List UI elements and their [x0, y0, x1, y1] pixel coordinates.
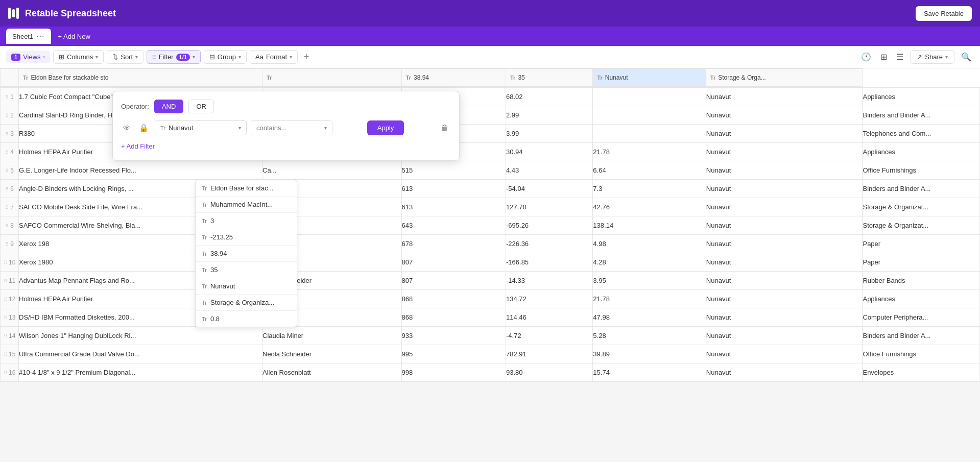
cell-qty-9[interactable]: 678 [401, 235, 506, 253]
filter-field-dropdown[interactable]: Tr Nunavut ▾ [155, 120, 247, 135]
cell-col3-8[interactable]: -695.26 [506, 216, 593, 235]
cell-col4-3[interactable] [593, 125, 706, 143]
views-button[interactable]: 1 Views › [6, 51, 50, 63]
cell-col4-16[interactable]: 15.74 [593, 363, 706, 382]
cell-nunavut-10[interactable]: Nunavut [706, 253, 863, 272]
or-operator-button[interactable]: OR [188, 100, 214, 113]
suggestion-item-3[interactable]: Tr -213.25 [196, 229, 297, 246]
drag-handle[interactable]: ⠿ [5, 223, 9, 229]
filter-visibility-button[interactable]: 👁 [121, 123, 133, 133]
cell-nunavut-14[interactable]: Nunavut [706, 327, 863, 345]
cell-col4-11[interactable]: 3.95 [593, 272, 706, 290]
cell-nunavut-2[interactable]: Nunavut [706, 106, 863, 125]
cell-col2-15[interactable]: Neola Schneider [262, 345, 402, 363]
cell-storage-1[interactable]: Appliances [863, 88, 980, 106]
cell-storage-2[interactable]: Binders and Binder A... [863, 106, 980, 125]
cell-col4-12[interactable]: 21.78 [593, 290, 706, 308]
cell-nunavut-4[interactable]: Nunavut [706, 143, 863, 161]
cell-storage-3[interactable]: Telephones and Com... [863, 125, 980, 143]
cell-storage-4[interactable]: Appliances [863, 143, 980, 161]
cell-qty-8[interactable]: 643 [401, 216, 506, 235]
drag-handle[interactable]: ⠿ [5, 186, 9, 192]
cell-col3-11[interactable]: -14.33 [506, 272, 593, 290]
cell-col3-3[interactable]: 3.99 [506, 125, 593, 143]
suggestion-item-6[interactable]: Tr Nunavut [196, 278, 297, 295]
cell-col4-4[interactable]: 21.78 [593, 143, 706, 161]
cell-qty-11[interactable]: 807 [401, 272, 506, 290]
group-button[interactable]: ⊟ Group ▾ [204, 50, 247, 64]
cell-qty-15[interactable]: 995 [401, 345, 506, 363]
cell-col3-14[interactable]: -4.72 [506, 327, 593, 345]
cell-qty-14[interactable]: 933 [401, 327, 506, 345]
cell-col3-12[interactable]: 134.72 [506, 290, 593, 308]
cell-col3-7[interactable]: 127.70 [506, 198, 593, 216]
suggestion-item-4[interactable]: Tr 38.94 [196, 246, 297, 262]
cell-storage-9[interactable]: Paper [863, 235, 980, 253]
cell-col2-14[interactable]: Claudia Miner [262, 327, 402, 345]
cell-nunavut-3[interactable]: Nunavut [706, 125, 863, 143]
filter-lock-button[interactable]: 🔒 [137, 123, 151, 134]
cell-col4-1[interactable] [593, 88, 706, 106]
col-header-2[interactable]: Tr [262, 69, 402, 88]
cell-col4-14[interactable]: 5.28 [593, 327, 706, 345]
cell-col3-9[interactable]: -226.36 [506, 235, 593, 253]
col-header-4[interactable]: Tr 35 [506, 69, 593, 88]
cell-col4-10[interactable]: 4.28 [593, 253, 706, 272]
cell-col4-9[interactable]: 4.98 [593, 235, 706, 253]
format-button[interactable]: Aa Format ▾ [250, 50, 298, 64]
history-icon-button[interactable]: 🕐 [858, 50, 874, 64]
cell-col4-5[interactable]: 6.64 [593, 161, 706, 180]
drag-handle[interactable]: ⠿ [5, 113, 9, 118]
cell-qty-10[interactable]: 807 [401, 253, 506, 272]
suggestion-item-0[interactable]: Tr Eldon Base for stac... [196, 180, 297, 197]
drag-handle[interactable]: ⠿ [5, 94, 9, 100]
cell-col1-5[interactable]: G.E. Longer-Life Indoor Recessed Flo... [19, 161, 262, 180]
drag-handle[interactable]: ⠿ [4, 370, 7, 376]
col-header-3[interactable]: Tr 38.94 [401, 69, 506, 88]
grid-view-button[interactable]: ⊞ [878, 50, 890, 64]
cell-storage-15[interactable]: Office Furnishings [863, 345, 980, 363]
cell-col1-15[interactable]: Ultra Commercial Grade Dual Valve Do... [19, 345, 262, 363]
and-operator-button[interactable]: AND [154, 100, 183, 113]
drag-handle[interactable]: ⠿ [5, 131, 9, 137]
cell-qty-6[interactable]: 613 [401, 180, 506, 198]
add-filter-button[interactable]: + Add Filter [121, 140, 155, 152]
filter-delete-button[interactable]: 🗑 [439, 121, 451, 135]
cell-nunavut-5[interactable]: Nunavut [706, 161, 863, 180]
drag-handle[interactable]: ⠿ [4, 297, 7, 302]
cell-storage-16[interactable]: Envelopes [863, 363, 980, 382]
drag-handle[interactable]: ⠿ [5, 241, 9, 247]
col-header-nunavut[interactable]: Tr Nunavut [593, 69, 706, 88]
cell-nunavut-12[interactable]: Nunavut [706, 290, 863, 308]
cell-storage-13[interactable]: Computer Periphera... [863, 308, 980, 327]
apply-button[interactable]: Apply [367, 120, 404, 135]
cell-col4-13[interactable]: 47.98 [593, 308, 706, 327]
cell-nunavut-1[interactable]: Nunavut [706, 88, 863, 106]
suggestion-item-2[interactable]: Tr 3 [196, 213, 297, 229]
col-header-name[interactable]: Tr Eldon Base for stackable sto [19, 69, 262, 88]
cell-storage-11[interactable]: Rubber Bands [863, 272, 980, 290]
suggestion-item-1[interactable]: Tr Muhammed MacInt... [196, 197, 297, 213]
cell-col3-10[interactable]: -166.85 [506, 253, 593, 272]
cell-col3-6[interactable]: -54.04 [506, 180, 593, 198]
cell-col4-2[interactable] [593, 106, 706, 125]
cell-col3-1[interactable]: 68.02 [506, 88, 593, 106]
cell-storage-14[interactable]: Binders and Binder A... [863, 327, 980, 345]
share-button[interactable]: ↗ Share ▾ [910, 50, 954, 64]
cell-qty-16[interactable]: 998 [401, 363, 506, 382]
cell-col1-16[interactable]: #10-4 1/8" x 9 1/2" Premium Diagonal... [19, 363, 262, 382]
cell-col3-5[interactable]: 4.43 [506, 161, 593, 180]
cell-qty-12[interactable]: 868 [401, 290, 506, 308]
save-retable-button[interactable]: Save Retable [916, 6, 972, 21]
cell-storage-12[interactable]: Appliances [863, 290, 980, 308]
suggestion-item-8[interactable]: Tr 0.8 [196, 311, 297, 327]
cell-nunavut-13[interactable]: Nunavut [706, 308, 863, 327]
search-button[interactable]: 🔍 [959, 50, 974, 64]
filter-button[interactable]: ≡ Filter 1/1 ▾ [147, 50, 201, 64]
cell-nunavut-6[interactable]: Nunavut [706, 180, 863, 198]
drag-handle[interactable]: ⠿ [4, 315, 7, 321]
cell-col3-16[interactable]: 93.80 [506, 363, 593, 382]
cell-qty-13[interactable]: 868 [401, 308, 506, 327]
cell-nunavut-9[interactable]: Nunavut [706, 235, 863, 253]
cell-storage-7[interactable]: Storage & Organizat... [863, 198, 980, 216]
